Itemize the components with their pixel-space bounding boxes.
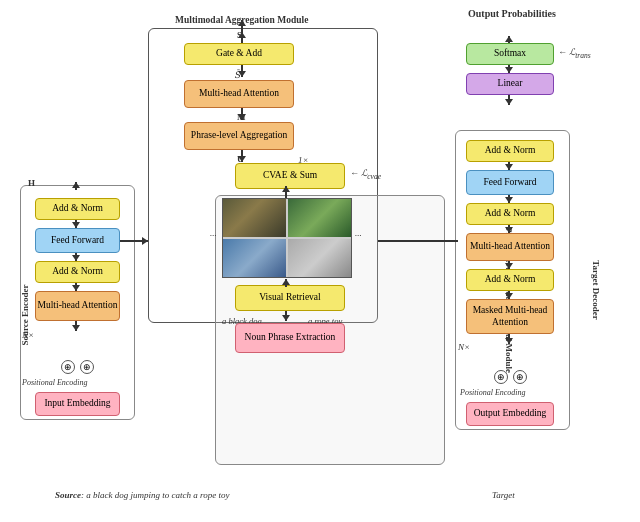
pos-enc-right-label: Positional Encoding [460,388,526,397]
l-trans-label: ← ℒtrans [558,47,591,60]
pos-enc-circle-right2: ⊕ [513,370,527,384]
add-norm2-box: Add & Norm [35,261,120,283]
arrow-mha-td-down [508,261,510,269]
phrase-level-agg-box: Phrase-level Aggregation [184,122,294,150]
nx-left-label: N× [22,330,34,340]
diagram: Output Probabilities Multimodal Aggregat… [0,0,640,522]
arrow-mmha-down [508,334,510,344]
source-text: Source: a black dog jumping to catch a r… [55,490,229,500]
add-norm1-box: Add & Norm [35,198,120,220]
gate-add-box: Gate & Add [184,43,294,65]
arrow-sfmx-down [508,65,510,73]
arrow-mha-down [75,321,77,331]
img-butterfly [223,239,286,277]
img-dog [223,199,286,237]
arrow-an2-down [75,283,77,291]
img-toy [288,239,351,277]
arrow-m-down [241,108,243,120]
arrow-top-s [241,20,243,43]
feed-forward-td-box: Feed Forward [466,170,554,195]
target-decoder-label: Target Decoder [591,260,601,319]
target-text: Target [492,490,515,500]
image-grid [222,198,352,278]
arrow-ff1-down [75,253,77,261]
arrow-ff-td-down [508,195,510,203]
arrow-vr-down [285,311,287,321]
visual-retrieval-box: Visual Retrieval [235,285,345,311]
dots-left: ... [210,228,217,238]
arrow-h-up [75,182,77,190]
arrow-an1-down [75,220,77,228]
add-norm-td3-box: Add & Norm [466,269,554,291]
masked-multi-head-box: Masked Multi-head Attention [466,299,554,334]
dots-right: ... [355,228,362,238]
arrow-src-to-mm [120,240,148,242]
input-embedding-box: Input Embedding [35,392,120,416]
add-norm-td1-box: Add & Norm [466,140,554,162]
arrow-linear-softmax [508,36,510,43]
feed-forward1-box: Feed Forward [35,228,120,253]
arrow-img-cvae [285,186,287,198]
pos-enc-circle-left1: ⊕ [61,360,75,374]
multi-head-attn-td-box: Multi-head Attention [466,233,554,261]
arrow-an-td1-down [508,162,510,170]
noun-phrase-box: Noun Phrase Extraction [235,323,345,353]
arrow-an-td2-down [508,225,510,233]
arrow-vr-up [285,279,287,287]
pos-enc-circle-left2: ⊕ [80,360,94,374]
arrow-mm-to-td [378,240,458,242]
img-bird [288,199,351,237]
cvae-sum-box: CVAE & Sum [235,163,345,189]
multi-head-attn-src-box: Multi-head Attention [35,291,120,321]
multi-head-attn-top-box: Multi-head Attention [184,80,294,108]
pos-enc-circle-right1: ⊕ [494,370,508,384]
h-label: H [28,178,35,188]
l-cvae-label: ← ℒcvae [350,168,381,181]
nx-right-label: N× [458,342,470,352]
arrow-linear-down [508,95,510,105]
arrow-gate-down [241,65,243,77]
output-embedding-box: Output Embedding [466,402,554,426]
arrow-u-down [241,150,243,162]
pos-enc-left-label: Positional Encoding [22,378,88,387]
arrow-an-td3-down [508,291,510,299]
linear-box: Linear [466,73,554,95]
softmax-box: Softmax [466,43,554,65]
output-probs-title: Output Probabilities [468,8,556,19]
add-norm-td2-box: Add & Norm [466,203,554,225]
